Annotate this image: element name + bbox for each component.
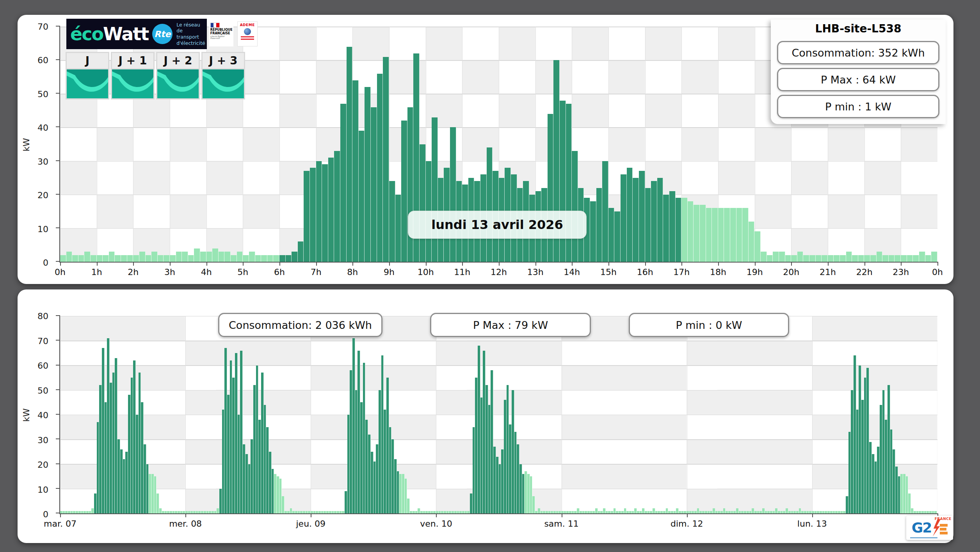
selected-date-label: lundi 13 avril 2026 <box>408 211 587 239</box>
ecowatt-green-signal-icon <box>67 69 108 98</box>
ecowatt-green-signal-icon <box>203 69 244 98</box>
ecowatt-dashboard: kW 010203040506070 0h1h2h3h4h5h6h7h8h9h1… <box>0 0 980 552</box>
site-name: LHB-site-L538 <box>771 20 946 37</box>
ecowatt-forecast-buttons: J J + 1 J + 2 J + 3 <box>66 52 245 99</box>
forecast-button-j1[interactable]: J + 1 <box>111 52 155 99</box>
week-chart-bars <box>60 316 937 513</box>
french-flag-icon <box>210 23 220 28</box>
site-stats-card: LHB-site-L538 Consommation: 352 kWh P Ma… <box>771 20 946 124</box>
rte-logo-icon: Rte <box>152 24 173 44</box>
y-axis-tick-labels: 010203040506070 <box>27 27 54 263</box>
ademe-sub-lines <box>241 36 254 40</box>
forecast-button-j2[interactable]: J + 2 <box>156 52 200 99</box>
y-axis-tick-labels: 01020304050607080 <box>27 316 54 514</box>
ademe-logo: ADEME <box>237 21 258 46</box>
ecowatt-green-signal-icon <box>112 69 153 98</box>
week-consumption-stat: Consommation: 2 036 kWh <box>218 313 382 337</box>
rte-tagline: Le réseau de transport d'électricité <box>176 22 205 46</box>
day-chart-panel: kW 010203040506070 0h1h2h3h4h5h6h7h8h9h1… <box>18 15 953 284</box>
day-consumption-stat: Consommation: 352 kWh <box>777 41 939 64</box>
forecast-button-j3[interactable]: J + 3 <box>201 52 245 99</box>
day-pmax-stat: P Max : 64 kW <box>777 68 939 91</box>
ecowatt-wordmark: écoWatt <box>70 23 148 44</box>
ademe-globe-icon <box>244 28 251 35</box>
week-chart-plot-area[interactable]: mar. 07mer. 08jeu. 09ven. 10sam. 11dim. … <box>59 316 937 514</box>
week-pmin-stat: P min : 0 kW <box>629 313 789 337</box>
forecast-button-j[interactable]: J <box>66 52 109 99</box>
week-consumption-chart: kW 01020304050607080 mar. 07mer. 08jeu. … <box>59 316 937 514</box>
week-chart-panel: kW 01020304050607080 mar. 07mer. 08jeu. … <box>18 289 953 543</box>
x-axis-tick-labels: 0h1h2h3h4h5h6h7h8h9h10h11h12h13h14h15h16… <box>60 262 937 277</box>
g2e-france-logo: G2 FRANCE <box>906 516 953 540</box>
republique-francaise-logo: RÉPUBLIQUE FRANÇAISE Liberté Égalité Fra… <box>209 21 233 46</box>
g2e-lightning-icon <box>931 519 948 536</box>
x-axis-tick-labels: mar. 07mer. 08jeu. 09ven. 10sam. 11dim. … <box>60 513 937 529</box>
ecowatt-green-signal-icon <box>157 69 199 98</box>
ecowatt-logo: écoWatt Rte Le réseau de transport d'éle… <box>66 19 207 49</box>
day-pmin-stat: P min : 1 kW <box>777 95 939 118</box>
week-pmax-stat: P Max : 79 kW <box>430 313 591 337</box>
g2e-tagline-line <box>910 537 937 538</box>
